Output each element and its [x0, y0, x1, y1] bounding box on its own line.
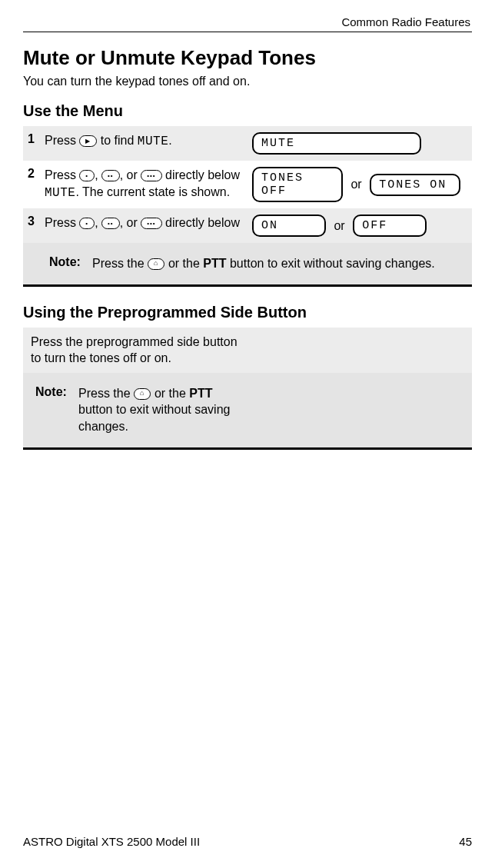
use-menu-heading: Use the Menu [23, 102, 472, 120]
step-2-row: 2 Press •, ••, or ••• directly below MUT… [23, 161, 472, 208]
display-mute: MUTE [252, 132, 421, 155]
dot1-icon-b: • [79, 218, 95, 229]
step-3-num: 3 [23, 208, 40, 243]
display-on: ON [252, 215, 326, 237]
display-tones-off: TONES OFF [252, 167, 343, 202]
display-off: OFF [353, 215, 427, 237]
step-2-text-a: Press [45, 168, 79, 181]
dot1-icon: • [79, 170, 95, 181]
ptt-label: PTT [203, 257, 226, 270]
step-2-text-b: directly below [165, 168, 240, 181]
step-3-comma1: , [95, 216, 101, 229]
note-label: Note: [45, 249, 88, 278]
use-menu-steps: 1 Press ▶ to find MUTE. MUTE 2 Press •, … [23, 126, 472, 287]
display-tones-on: TONES ON [370, 174, 460, 196]
step-1-text-a: Press [45, 134, 79, 147]
step-2-comma1: , [95, 168, 101, 181]
dot3-icon: ••• [141, 170, 161, 181]
step-3-text: Press •, ••, or ••• directly below [40, 208, 248, 243]
side-note-label: Note: [31, 379, 74, 441]
ptt-label-b: PTT [189, 387, 212, 400]
side-instr: Press the preprogrammed side button to t… [23, 328, 254, 373]
step-3-text-a: Press [45, 216, 79, 229]
or-1: or [350, 178, 361, 191]
dot2-icon: •• [101, 170, 120, 181]
step-1-text-b: to find [101, 134, 138, 147]
step-1-period: . [168, 134, 171, 147]
side-note-text: Press the ⌂ or the PTT button to exit wi… [74, 379, 251, 441]
dot2-icon-b: •• [101, 218, 120, 229]
header-rule [23, 32, 472, 32]
step-3-text-b: directly below [165, 216, 240, 229]
side-button-heading: Using the Preprogrammed Side Button [23, 304, 472, 321]
nav-icon: ▶ [79, 135, 97, 147]
note-text: Press the ⌂ or the PTT button to exit wi… [88, 249, 440, 278]
footer: ASTRO Digital XTS 2500 Model III 45 [23, 835, 472, 848]
home-icon: ⌂ [148, 258, 164, 270]
step-3-row: 3 Press •, ••, or ••• directly below ON … [23, 208, 472, 243]
step-1-num: 1 [23, 126, 40, 161]
side-instr-row: Press the preprogrammed side button to t… [23, 328, 472, 373]
footer-page: 45 [459, 835, 472, 848]
side-note-row: Note: Press the ⌂ or the PTT button to e… [23, 373, 472, 448]
page-title: Mute or Unmute Keypad Tones [23, 46, 472, 70]
step-2-num: 2 [23, 161, 40, 208]
step-3-comma2: , or [120, 216, 141, 229]
side-note-text-a: Press the [78, 387, 134, 400]
side-note-text-c: button to exit without saving changes. [78, 403, 230, 433]
use-menu-note-row: Note: Press the ⌂ or the PTT button to e… [23, 243, 472, 285]
home-icon-glyph-b: ⌂ [140, 388, 145, 397]
side-note-text-b: or the [154, 387, 189, 400]
home-icon-glyph: ⌂ [154, 258, 158, 268]
side-button-block: Press the preprogrammed side button to t… [23, 328, 472, 450]
step-1-row: 1 Press ▶ to find MUTE. MUTE [23, 126, 472, 161]
step-2-text-c: . The current state is shown. [75, 185, 230, 198]
intro-text: You can turn the keypad tones off and on… [23, 75, 472, 88]
header-section: Common Radio Features [23, 15, 472, 28]
dot3-icon-b: ••• [141, 218, 161, 229]
or-2: or [334, 219, 344, 233]
home-icon-b: ⌂ [134, 388, 151, 400]
footer-product: ASTRO Digital XTS 2500 Model III [23, 835, 200, 848]
note-text-c: button to exit without saving changes. [230, 257, 435, 270]
step-2-comma2: , or [120, 168, 141, 181]
step-2-text: Press •, ••, or ••• directly below MUTE.… [40, 161, 248, 208]
step-1-text: Press ▶ to find MUTE. [40, 126, 248, 161]
step-1-mute: MUTE [138, 135, 168, 148]
note-text-a: Press the [92, 257, 148, 270]
step-2-mute: MUTE [45, 186, 75, 200]
note-text-b: or the [168, 257, 203, 270]
